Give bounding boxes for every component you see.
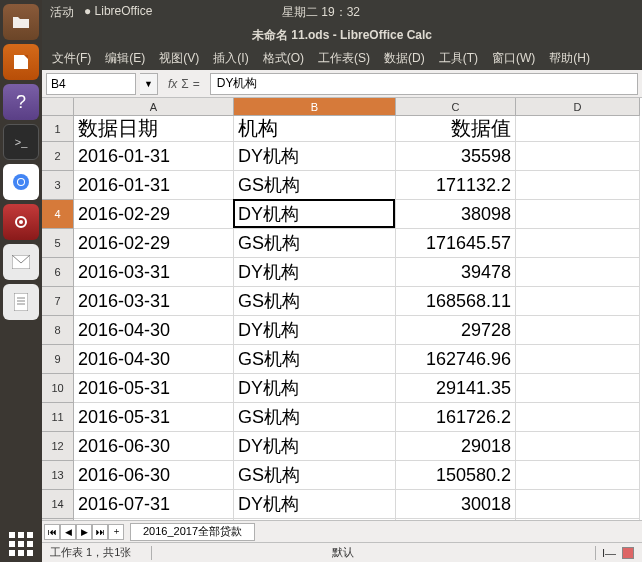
menu-data[interactable]: 数据(D) (378, 48, 431, 69)
cell[interactable]: 2016-04-30 (74, 345, 234, 374)
column-header-B[interactable]: B (234, 98, 396, 116)
cell[interactable]: 机构 (234, 116, 396, 142)
cell[interactable]: 35598 (396, 142, 516, 171)
row-header[interactable]: 2 (42, 142, 74, 171)
cell[interactable]: 39478 (396, 258, 516, 287)
cell[interactable]: 171645.57 (396, 229, 516, 258)
cell[interactable]: 161726.2 (396, 403, 516, 432)
row-header[interactable]: 5 (42, 229, 74, 258)
cell[interactable]: 162746.96 (396, 345, 516, 374)
cell[interactable] (516, 490, 640, 519)
cell[interactable] (516, 461, 640, 490)
launcher-libreoffice-icon[interactable] (3, 44, 39, 80)
launcher-settings-icon[interactable] (3, 204, 39, 240)
cell[interactable]: DY机构 (234, 258, 396, 287)
app-indicator[interactable]: ● LibreOffice (84, 4, 152, 21)
menu-view[interactable]: 视图(V) (153, 48, 205, 69)
row-header[interactable]: 14 (42, 490, 74, 519)
cell[interactable]: 38098 (396, 200, 516, 229)
cell[interactable] (516, 287, 640, 316)
cell[interactable] (516, 432, 640, 461)
unity-launcher[interactable]: ? >_ (0, 0, 42, 562)
cell[interactable]: GS机构 (234, 403, 396, 432)
row-header[interactable]: 9 (42, 345, 74, 374)
launcher-files-icon[interactable] (3, 4, 39, 40)
cell[interactable]: 2016-01-31 (74, 171, 234, 200)
sheet-tab[interactable]: 2016_2017全部贷款 (130, 523, 255, 541)
row-header[interactable]: 4 (42, 200, 74, 229)
cell[interactable] (516, 171, 640, 200)
select-all-corner[interactable] (42, 98, 74, 116)
cell[interactable]: 2016-03-31 (74, 287, 234, 316)
sheet-nav-first[interactable]: ⏮ (44, 524, 60, 540)
menu-tools[interactable]: 工具(T) (433, 48, 484, 69)
sheet-nav-prev[interactable]: ◀ (60, 524, 76, 540)
function-wizard-icon[interactable]: fx (168, 77, 177, 91)
cell[interactable]: DY机构 (234, 432, 396, 461)
cell[interactable]: 168568.11 (396, 287, 516, 316)
cell[interactable] (516, 142, 640, 171)
column-header-A[interactable]: A (74, 98, 234, 116)
cell[interactable] (516, 345, 640, 374)
cell[interactable]: DY机构 (234, 142, 396, 171)
status-save-icon[interactable] (622, 547, 634, 559)
cell[interactable]: 2016-04-30 (74, 316, 234, 345)
row-header[interactable]: 12 (42, 432, 74, 461)
menu-help[interactable]: 帮助(H) (543, 48, 596, 69)
row-header[interactable]: 1 (42, 116, 74, 142)
menu-insert[interactable]: 插入(I) (207, 48, 254, 69)
activities-label[interactable]: 活动 (50, 4, 74, 21)
menu-file[interactable]: 文件(F) (46, 48, 97, 69)
row-header[interactable]: 3 (42, 171, 74, 200)
cell[interactable]: DY机构 (234, 200, 396, 229)
launcher-help-icon[interactable]: ? (3, 84, 39, 120)
column-header-D[interactable]: D (516, 98, 640, 116)
cell[interactable]: GS机构 (234, 287, 396, 316)
sheet-nav-last[interactable]: ⏭ (92, 524, 108, 540)
row-header[interactable]: 6 (42, 258, 74, 287)
cell[interactable]: 数据值 (396, 116, 516, 142)
cell[interactable]: 2016-02-29 (74, 229, 234, 258)
name-box-dropdown[interactable]: ▼ (140, 73, 158, 95)
menu-edit[interactable]: 编辑(E) (99, 48, 151, 69)
cell[interactable]: 150580.2 (396, 461, 516, 490)
cell[interactable] (516, 200, 640, 229)
launcher-apps-icon[interactable] (3, 526, 39, 562)
cell[interactable]: 2016-06-30 (74, 432, 234, 461)
cell[interactable]: 2016-07-31 (74, 519, 234, 520)
formula-input[interactable]: DY机构 (210, 73, 638, 95)
cell[interactable]: GS机构 (234, 519, 396, 520)
cell[interactable]: 30018 (396, 490, 516, 519)
name-box[interactable]: B4 (46, 73, 136, 95)
launcher-browser-icon[interactable] (3, 164, 39, 200)
cell[interactable] (516, 229, 640, 258)
cell[interactable]: GS机构 (234, 345, 396, 374)
launcher-document-icon[interactable] (3, 284, 39, 320)
row-header[interactable]: 13 (42, 461, 74, 490)
cell[interactable]: 数据日期 (74, 116, 234, 142)
cell[interactable] (516, 374, 640, 403)
cell[interactable]: 2016-01-31 (74, 142, 234, 171)
cell[interactable]: 29018 (396, 432, 516, 461)
cell[interactable]: 2016-06-30 (74, 461, 234, 490)
cell[interactable]: DY机构 (234, 374, 396, 403)
cell[interactable]: 29728 (396, 316, 516, 345)
sheet-nav-next[interactable]: ▶ (76, 524, 92, 540)
cell[interactable] (516, 258, 640, 287)
cell[interactable]: GS机构 (234, 461, 396, 490)
cell[interactable] (516, 116, 640, 142)
menu-format[interactable]: 格式(O) (257, 48, 310, 69)
spreadsheet-grid[interactable]: ABCD1数据日期机构数据值22016-01-31DY机构3559832016-… (42, 98, 642, 520)
menu-sheet[interactable]: 工作表(S) (312, 48, 376, 69)
row-header[interactable]: 15 (42, 519, 74, 520)
launcher-mail-icon[interactable] (3, 244, 39, 280)
row-header[interactable]: 10 (42, 374, 74, 403)
cell[interactable]: 29141.35 (396, 374, 516, 403)
cell[interactable]: 2016-02-29 (74, 200, 234, 229)
cell[interactable]: DY机构 (234, 316, 396, 345)
menu-window[interactable]: 窗口(W) (486, 48, 541, 69)
cell[interactable]: DY机构 (234, 490, 396, 519)
cell[interactable] (516, 316, 640, 345)
clock[interactable]: 星期二 19：32 (282, 4, 360, 21)
cell[interactable]: 2016-05-31 (74, 374, 234, 403)
